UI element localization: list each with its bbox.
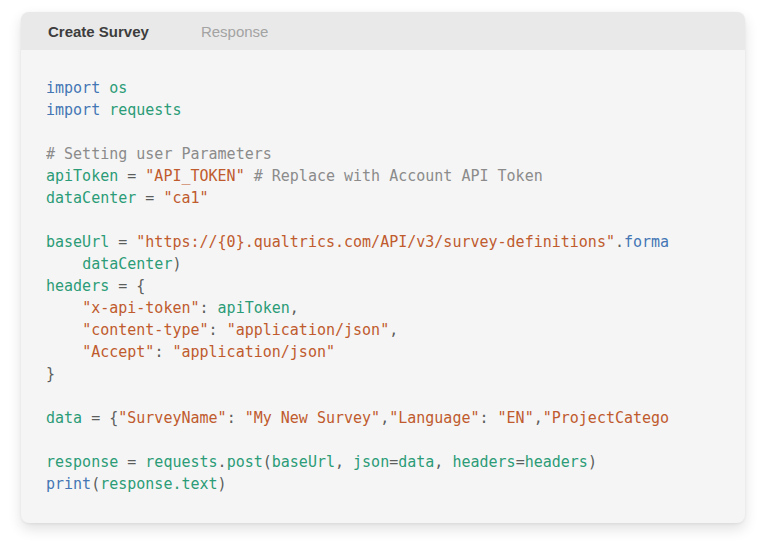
code-token-pln: , bbox=[380, 409, 389, 427]
code-token-pln: : bbox=[480, 409, 498, 427]
code-token-str: "API_TOKEN" bbox=[145, 167, 244, 185]
code-line: response = requests.post(baseUrl, json=d… bbox=[46, 451, 725, 473]
code-token-com: # Replace with Account API Token bbox=[245, 167, 543, 185]
code-token-id: requests bbox=[145, 453, 217, 471]
code-token-pln: = bbox=[109, 233, 136, 251]
code-token-id: response bbox=[46, 453, 118, 471]
code-line bbox=[46, 209, 725, 231]
code-token-pln: = { bbox=[82, 409, 118, 427]
code-token-pln: } bbox=[46, 365, 55, 383]
code-token-str: "application/json" bbox=[172, 343, 335, 361]
code-token-pln: ) bbox=[172, 255, 181, 273]
code-line: # Setting user Parameters bbox=[46, 143, 725, 165]
code-line: baseUrl = "https://{0}.qualtrics.com/API… bbox=[46, 231, 725, 253]
code-line: data = {"SurveyName": "My New Survey","L… bbox=[46, 407, 725, 429]
code-line bbox=[46, 121, 725, 143]
code-token-id: headers bbox=[525, 453, 588, 471]
code-token-str: "ProjectCatego bbox=[543, 409, 669, 427]
code-token-pln: ) bbox=[218, 475, 227, 493]
code-line bbox=[46, 429, 725, 451]
code-token-pln: = bbox=[516, 453, 525, 471]
code-token-kw: import bbox=[46, 101, 100, 119]
code-token-str: "My New Survey" bbox=[245, 409, 380, 427]
code-token-id: requests bbox=[109, 101, 181, 119]
code-token-id: os bbox=[109, 79, 127, 97]
code-token-com: # Setting user Parameters bbox=[46, 145, 272, 163]
code-token-pln: ) bbox=[588, 453, 597, 471]
code-token-pln: ( bbox=[263, 453, 272, 471]
code-token-pln: : bbox=[200, 299, 218, 317]
code-token-pln: , bbox=[389, 321, 398, 339]
code-token-str: "ca1" bbox=[163, 189, 208, 207]
code-line: dataCenter) bbox=[46, 253, 725, 275]
code-token-id: json bbox=[353, 453, 389, 471]
code-token-id: baseUrl bbox=[46, 233, 109, 251]
code-token-pln: = bbox=[118, 453, 145, 471]
code-line: } bbox=[46, 363, 725, 385]
code-token-pln: : bbox=[227, 409, 245, 427]
code-line: dataCenter = "ca1" bbox=[46, 187, 725, 209]
code-token-pln: , bbox=[290, 299, 299, 317]
code-line: import os bbox=[46, 77, 725, 99]
code-token-pln: , bbox=[534, 409, 543, 427]
code-token-pln bbox=[46, 255, 82, 273]
code-line: "Accept": "application/json" bbox=[46, 341, 725, 363]
tab-bar: Create Survey Response bbox=[21, 12, 745, 50]
code-line: headers = { bbox=[46, 275, 725, 297]
code-token-pln: = bbox=[136, 189, 163, 207]
code-token-id: dataCenter bbox=[46, 189, 136, 207]
code-token-pln: ( bbox=[91, 475, 100, 493]
code-token-id: baseUrl bbox=[272, 453, 335, 471]
code-token-str: "https://{0}.qualtrics.com/API/v3/survey… bbox=[136, 233, 615, 251]
code-block: import osimport requests # Setting user … bbox=[21, 50, 745, 523]
code-line: "x-api-token": apiToken, bbox=[46, 297, 725, 319]
code-token-str: "SurveyName" bbox=[118, 409, 226, 427]
code-token-pln: . bbox=[218, 453, 227, 471]
code-token-pln: : bbox=[209, 321, 227, 339]
code-token-id: apiToken bbox=[46, 167, 118, 185]
code-token-pln bbox=[46, 321, 82, 339]
code-token-str: "x-api-token" bbox=[82, 299, 199, 317]
code-line: print(response.text) bbox=[46, 473, 725, 495]
code-token-id: response.text bbox=[100, 475, 217, 493]
code-token-str: "application/json" bbox=[227, 321, 390, 339]
code-token-id: apiToken bbox=[218, 299, 290, 317]
code-token-pln bbox=[100, 101, 109, 119]
code-token-id: dataCenter bbox=[82, 255, 172, 273]
code-token-pln bbox=[46, 343, 82, 361]
code-token-pln bbox=[46, 299, 82, 317]
code-sample-card: Create Survey Response import osimport r… bbox=[21, 12, 745, 523]
code-token-str: "content-type" bbox=[82, 321, 208, 339]
code-token-pln: = { bbox=[109, 277, 145, 295]
code-token-pln: : bbox=[154, 343, 172, 361]
code-token-str: "Accept" bbox=[82, 343, 154, 361]
code-token-id: headers bbox=[46, 277, 109, 295]
code-token-kw: forma bbox=[624, 233, 669, 251]
code-token-id: data bbox=[46, 409, 82, 427]
code-line bbox=[46, 385, 725, 407]
code-token-str: "EN" bbox=[498, 409, 534, 427]
code-line: import requests bbox=[46, 99, 725, 121]
code-token-pln: , bbox=[335, 453, 353, 471]
code-token-id: data bbox=[398, 453, 434, 471]
code-token-pln bbox=[100, 79, 109, 97]
tab-response[interactable]: Response bbox=[201, 23, 269, 40]
code-token-str: "Language" bbox=[389, 409, 479, 427]
code-token-kw: print bbox=[46, 475, 91, 493]
code-token-pln: . bbox=[615, 233, 624, 251]
code-token-id: post bbox=[227, 453, 263, 471]
code-line: "content-type": "application/json", bbox=[46, 319, 725, 341]
code-token-pln: = bbox=[118, 167, 145, 185]
code-line: apiToken = "API_TOKEN" # Replace with Ac… bbox=[46, 165, 725, 187]
code-token-pln: = bbox=[389, 453, 398, 471]
code-token-id: headers bbox=[452, 453, 515, 471]
code-token-pln: , bbox=[434, 453, 452, 471]
code-token-kw: import bbox=[46, 79, 100, 97]
tab-create-survey[interactable]: Create Survey bbox=[48, 23, 149, 40]
